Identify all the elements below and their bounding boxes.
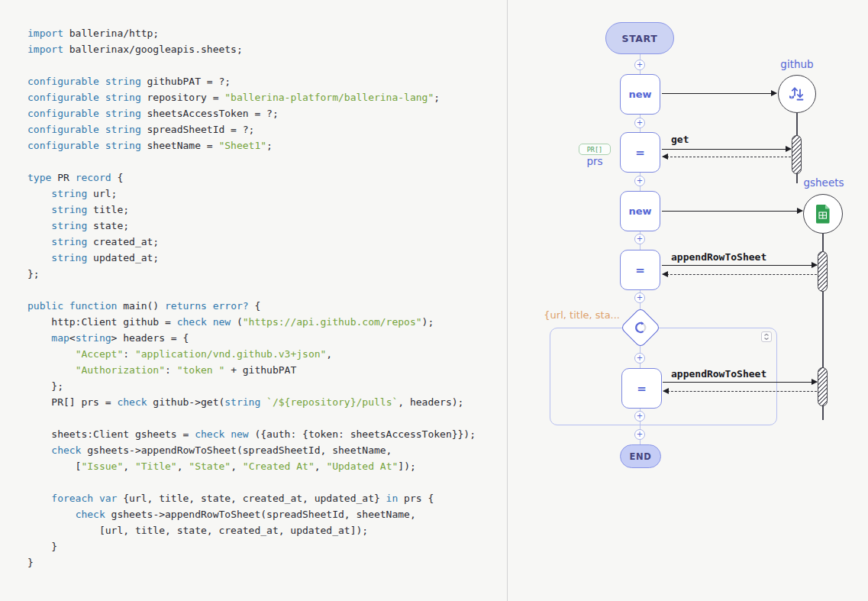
action-node-append-header[interactable]: = <box>620 250 660 290</box>
code-token: string <box>51 204 87 215</box>
code-token: : <box>165 364 177 376</box>
code-token: , <box>123 460 135 472</box>
ballerina-diagram-view: import ballerina/http;import ballerinax/… <box>0 0 868 601</box>
code-token: http:Client github = <box>27 316 177 328</box>
code-token <box>27 204 51 215</box>
code-token: check <box>195 428 224 440</box>
message-label-append-2: appendRowToSheet <box>671 368 766 380</box>
code-token: in <box>386 493 399 504</box>
code-line <box>27 282 476 298</box>
code-editor[interactable]: import ballerina/http;import ballerinax/… <box>0 0 507 601</box>
code-line: configurable string spreadSheetId = ?; <box>27 121 476 137</box>
code-line: type PR record { <box>27 170 476 186</box>
code-token: github->get( <box>147 396 225 408</box>
variable-type-badge[interactable]: PR[] <box>579 144 611 155</box>
end-node[interactable]: END <box>620 444 661 468</box>
add-statement-button[interactable]: + <box>634 292 645 303</box>
code-token: updated_at; <box>87 252 159 263</box>
code-line: map<string> headers = { <box>27 330 476 346</box>
code-token: main() <box>117 300 165 312</box>
code-token: , <box>231 460 243 472</box>
code-line: } <box>27 538 476 554</box>
message-label-append-1: appendRowToSheet <box>671 251 766 263</box>
code-token: ; <box>434 92 440 103</box>
new-client-node-github[interactable]: new <box>620 74 660 115</box>
code-token: "Authorization" <box>76 364 165 376</box>
add-statement-button[interactable]: + <box>634 234 645 244</box>
code-line: configurable string sheetName = "Sheet1"… <box>27 137 476 153</box>
code-token: "application/vnd.github.v3+json" <box>135 348 326 360</box>
add-statement-button[interactable]: + <box>634 353 645 364</box>
add-statement-button[interactable]: + <box>634 176 645 186</box>
assignment-node-prs[interactable]: = <box>620 132 660 173</box>
code-token: { <box>111 172 124 183</box>
code-token: "Sheet1" <box>218 140 266 151</box>
code-line: configurable string sheetsAccessToken = … <box>27 105 476 121</box>
code-token: public function <box>27 300 117 312</box>
code-line: string url; <box>27 186 476 202</box>
code-token <box>27 348 76 360</box>
code-token: string <box>51 252 87 263</box>
add-statement-button[interactable]: + <box>634 118 645 128</box>
code-token: }; <box>27 268 40 279</box>
code-token <box>27 220 51 231</box>
new-client-node-gsheets[interactable]: new <box>620 191 660 231</box>
code-token: "token " <box>177 364 225 376</box>
code-token: ballerina/http; <box>69 27 159 39</box>
action-node-append-row[interactable]: = <box>621 368 662 409</box>
collapse-loop-button[interactable] <box>761 331 772 342</box>
code-token: { <box>249 300 261 312</box>
code-token: string <box>51 188 87 199</box>
code-token <box>27 236 51 247</box>
endpoint-github[interactable] <box>778 75 816 113</box>
add-statement-button[interactable]: + <box>634 411 645 422</box>
code-token <box>27 493 51 504</box>
code-line: }; <box>27 378 476 394</box>
code-token: title; <box>87 204 129 215</box>
code-token <box>27 444 51 456</box>
add-statement-button[interactable]: + <box>634 60 645 70</box>
code-token <box>207 300 213 312</box>
code-line <box>27 474 476 490</box>
code-token <box>27 509 76 520</box>
code-line: configurable string githubPAT = ?; <box>27 73 476 89</box>
message-label-get: get <box>671 134 689 145</box>
code-line <box>27 410 476 426</box>
code-token: created_at; <box>87 236 159 247</box>
code-line: configurable string repository = "baller… <box>27 89 476 105</box>
code-token: string <box>51 220 87 231</box>
code-token: configurable string <box>27 140 141 151</box>
code-token: type <box>27 172 51 183</box>
google-sheets-icon <box>815 204 831 225</box>
code-token: ); <box>422 316 434 328</box>
collapse-icon <box>763 333 770 341</box>
code-line: sheets:Client gsheets = check new ({auth… <box>27 426 476 442</box>
code-token: {url, title, state, created_at, updated_… <box>117 493 386 504</box>
code-line: [url, title, state, created_at, updated_… <box>27 522 476 538</box>
invocation-arrow-new-github <box>662 93 776 94</box>
panel-divider[interactable] <box>507 0 508 601</box>
code-token: check <box>177 316 207 328</box>
loop-condition-label: {url, title, sta... <box>536 309 620 321</box>
code-token: new <box>231 428 248 440</box>
code-line: string state; <box>27 218 476 234</box>
code-token: string <box>76 332 111 344</box>
code-token: `/${repository}/pulls` <box>266 396 398 408</box>
code-line <box>27 57 476 73</box>
endpoint-gsheets[interactable] <box>803 194 843 234</box>
code-token: [ <box>27 460 81 472</box>
code-line: public function main() returns error? { <box>27 298 476 314</box>
code-token: ( <box>231 316 243 328</box>
request-arrow-append-2 <box>663 382 817 383</box>
code-line: string created_at; <box>27 234 476 250</box>
endpoint-label-gsheets: gsheets <box>793 176 854 189</box>
code-token <box>224 428 231 440</box>
code-token: "https://api.github.com/repos" <box>243 316 422 328</box>
code-token: state; <box>87 220 129 231</box>
code-token: PR <box>51 172 75 183</box>
code-line: http:Client github = check new ("https:/… <box>27 314 476 330</box>
code-token: repository = <box>141 92 225 103</box>
code-token: configurable string <box>27 108 141 119</box>
start-node[interactable]: START <box>605 22 674 54</box>
add-statement-button[interactable]: + <box>634 429 645 440</box>
